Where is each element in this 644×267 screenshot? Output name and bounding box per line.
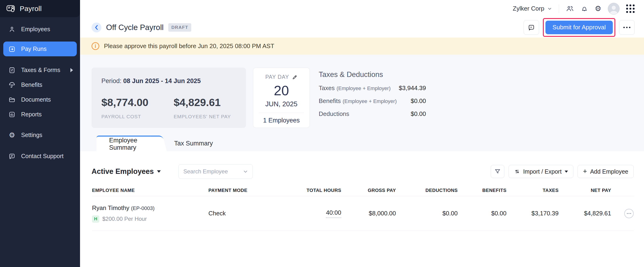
sidebar-item-settings[interactable]: ⚙ Settings <box>3 128 77 142</box>
period-card: Period: 08 Jun 2025 - 14 Jun 2025 $8,774… <box>92 68 246 128</box>
chevron-down-icon <box>547 6 552 11</box>
rate-text: $200.00 Per Hour <box>102 216 147 222</box>
col-benefits: BENEFITS <box>458 188 506 193</box>
org-name: Zylker Corp <box>513 5 544 12</box>
total-hours-cell: 40:00 <box>274 209 341 218</box>
caret-down-icon <box>157 170 161 173</box>
page-header: Off Cycle Payroll DRAFT Submit for Appro… <box>80 17 644 38</box>
benefits-value: $0.00 <box>411 97 426 105</box>
edit-payday-button[interactable] <box>292 74 298 80</box>
ellipsis-icon <box>623 27 630 28</box>
employee-rate: H $200.00 Per Hour <box>92 216 208 223</box>
chevron-left-icon <box>94 25 98 30</box>
sidebar-item-label: Documents <box>21 96 51 103</box>
employee-summary-panel: Active Employees Import / Export <box>80 151 644 267</box>
payday-label-row: PAY DAY <box>265 74 297 80</box>
net-pay-cell: $4,829.61 <box>558 210 611 217</box>
plus-icon: + <box>583 168 587 175</box>
page-title: Off Cycle Payroll <box>106 23 164 32</box>
employee-table: EMPLOYEE NAME PAYMENT MODE TOTAL HOURS G… <box>92 185 634 231</box>
table-toolbar: Active Employees Import / Export <box>92 164 634 179</box>
submenu-arrow-icon <box>70 68 73 72</box>
tab-tax-summary[interactable]: Tax Summary <box>159 136 213 151</box>
total-hours-link[interactable]: 40:00 <box>326 209 341 218</box>
payday-label: PAY DAY <box>265 74 289 80</box>
summary-tabs: Employee Summary Tax Summary <box>96 136 213 151</box>
avatar[interactable] <box>608 3 620 14</box>
app-title: Payroll <box>20 5 42 13</box>
taxes-deductions-title: Taxes & Deductions <box>319 70 426 79</box>
row-more-button[interactable] <box>624 209 634 218</box>
employees-icon <box>8 26 16 33</box>
tab-employee-summary[interactable]: Employee Summary <box>96 136 159 151</box>
sidebar-item-label: Benefits <box>21 82 42 88</box>
employee-name[interactable]: Ryan Timothy <box>92 204 129 212</box>
col-payment-mode: PAYMENT MODE <box>208 188 274 193</box>
chevron-down-icon[interactable] <box>243 169 248 174</box>
col-employee-name: EMPLOYEE NAME <box>92 188 208 193</box>
sidebar-item-benefits[interactable]: Benefits <box>3 78 77 92</box>
pay-runs-icon <box>8 46 16 52</box>
status-badge: DRAFT <box>168 23 191 32</box>
title-actions: Submit for Approval <box>524 18 634 37</box>
more-actions-button[interactable] <box>619 20 634 35</box>
topbar: Zylker Corp ⚙ <box>80 0 644 17</box>
net-pay-label: EMPLOYEES' NET PAY <box>174 114 246 120</box>
active-employees-dropdown[interactable]: Active Employees <box>92 167 161 176</box>
gross-pay-cell: $8,000.00 <box>341 210 396 217</box>
app-logo: Payroll <box>0 0 80 17</box>
taxes-forms-icon <box>8 67 16 74</box>
employee-cell: Ryan Timothy (EP-0003) H $200.00 Per Hou… <box>92 204 208 223</box>
sidebar-item-employees[interactable]: Employees <box>3 22 77 36</box>
employee-id: (EP-0003) <box>131 205 154 211</box>
comment-icon <box>528 24 535 31</box>
search-employee-combobox[interactable] <box>178 164 253 179</box>
documents-folder-icon <box>8 96 16 103</box>
sidebar-item-pay-runs[interactable]: Pay Runs <box>3 42 77 56</box>
search-employee-input[interactable] <box>183 168 243 175</box>
topbar-divider <box>559 4 559 13</box>
gear-icon[interactable]: ⚙ <box>595 5 601 12</box>
benefits-umbrella-icon <box>8 82 16 88</box>
add-employee-button[interactable]: + Add Employee <box>578 165 634 178</box>
annotation-highlight: Submit for Approval <box>543 18 615 37</box>
people-icon[interactable] <box>566 5 574 13</box>
col-gross-pay: GROSS PAY <box>341 188 396 193</box>
apps-grid-icon[interactable] <box>626 4 634 13</box>
comments-button[interactable] <box>524 20 539 35</box>
main-content: Period: 08 Jun 2025 - 14 Jun 2025 $8,774… <box>80 55 644 267</box>
col-total-hours: TOTAL HOURS <box>274 188 341 193</box>
bell-icon[interactable] <box>581 5 588 12</box>
org-switcher[interactable]: Zylker Corp <box>513 5 552 12</box>
taxes-cell: $3,170.39 <box>506 210 558 217</box>
submit-for-approval-button[interactable]: Submit for Approval <box>546 21 613 34</box>
net-pay-value: $4,829.61 <box>174 96 246 109</box>
reports-icon <box>8 111 16 118</box>
benefits-row: Benefits (Employee + Employer) $0.00 <box>319 97 426 105</box>
payday-divider <box>259 112 304 113</box>
chat-icon <box>8 153 16 160</box>
col-taxes: TAXES <box>506 188 558 193</box>
sidebar-item-label: Settings <box>21 132 42 138</box>
payroll-cost-value: $8,774.00 <box>102 96 174 109</box>
payday-day: 20 <box>253 82 310 98</box>
back-button[interactable] <box>92 22 102 32</box>
sidebar-item-taxes-forms[interactable]: Taxes & Forms <box>3 63 77 78</box>
import-export-button[interactable]: Import / Export <box>508 165 573 178</box>
benefits-cell: $0.00 <box>458 210 506 217</box>
hourly-badge: H <box>92 216 99 223</box>
payroll-app: Payroll Employees Pay Runs Taxes & Forms <box>0 0 644 267</box>
sidebar-nav: Employees Pay Runs Taxes & Forms Benef <box>0 17 80 164</box>
info-icon: i <box>92 42 99 50</box>
table-header-row: EMPLOYEE NAME PAYMENT MODE TOTAL HOURS G… <box>92 185 634 196</box>
row-actions-cell <box>611 209 634 218</box>
banner-text: Please approve this payroll before Jun 2… <box>104 42 274 50</box>
deductions-cell: $0.00 <box>396 210 458 217</box>
sidebar-item-documents[interactable]: Documents <box>3 92 77 107</box>
sidebar-item-label: Contact Support <box>21 153 64 160</box>
toolbar-actions: Import / Export + Add Employee <box>491 165 634 178</box>
sidebar-item-reports[interactable]: Reports <box>3 107 77 122</box>
sidebar-item-contact-support[interactable]: Contact Support <box>3 149 77 164</box>
filter-icon <box>494 168 501 175</box>
filter-button[interactable] <box>491 165 504 178</box>
